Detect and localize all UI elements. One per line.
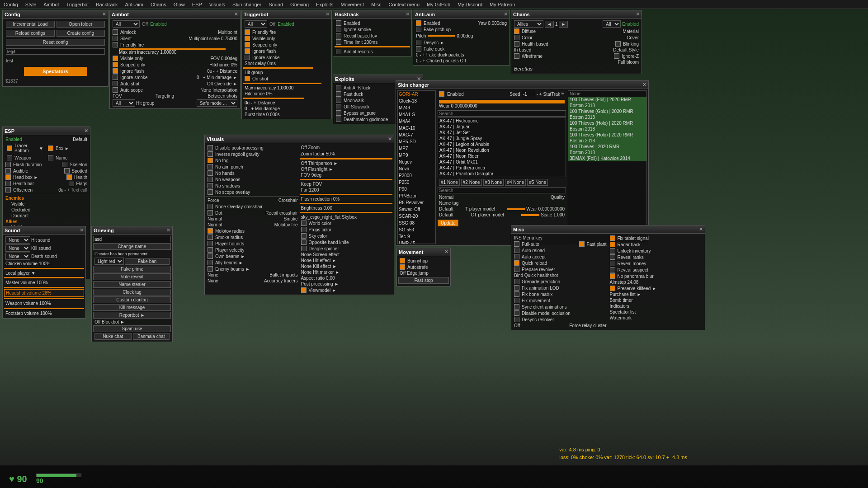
clock-tag-button[interactable]: Clock tag [93, 289, 171, 296]
custom-clantag-button[interactable]: Custom clantag [93, 296, 171, 303]
v-player-vel-cb[interactable] [208, 247, 213, 253]
patch-100t-gold[interactable]: 100 Thieves (Gold) | 2020 RMR [568, 108, 646, 114]
p90-item[interactable]: P90 [398, 186, 435, 192]
chams-blinking-cb[interactable] [615, 41, 621, 47]
hit-sound-dropdown[interactable]: None [5, 236, 30, 244]
tb-on-shot-cb[interactable] [245, 76, 250, 81]
bt-recoil-fov-cb[interactable] [336, 33, 341, 38]
sticker3[interactable]: #3 None [483, 179, 504, 186]
v-deagle-spinner-cb[interactable] [301, 246, 307, 251]
auto-reload-cb[interactable] [514, 248, 519, 253]
v-no-hands-cb[interactable] [208, 170, 213, 176]
chams-panel-header[interactable]: Chams ✕ [511, 10, 642, 19]
sticker-search-input[interactable] [438, 187, 566, 193]
scoped-only-checkbox[interactable] [113, 62, 118, 67]
seed-input[interactable] [522, 91, 535, 97]
config-close-icon[interactable]: ✕ [102, 11, 106, 17]
sticker2[interactable]: #2 None [461, 179, 482, 186]
tb-ignore-flash-cb[interactable] [245, 48, 250, 54]
v-props-color-cb[interactable] [301, 227, 307, 232]
v-enemy-beams-cb[interactable] [208, 266, 213, 272]
hitgroup-dropdown[interactable]: All [113, 99, 135, 107]
change-name-button[interactable]: Change name [93, 243, 171, 250]
sticker5[interactable]: #5 None [527, 179, 548, 186]
chams-close-icon[interactable]: ✕ [636, 11, 640, 17]
bt-ignore-smoke-cb[interactable] [336, 27, 341, 32]
grieving-panel-header[interactable]: Grieving ✕ [92, 226, 172, 235]
sync-client-anim-cb[interactable] [514, 304, 519, 310]
sticker1[interactable]: #1 None [439, 179, 460, 186]
v-world-color-cb[interactable] [301, 221, 307, 226]
sg553-item[interactable]: SG 553 [398, 226, 435, 233]
nuke-chat-button[interactable]: Nuke chat [94, 333, 132, 340]
skin-phantom[interactable]: AK-47 | Phantom Disruptor [438, 171, 566, 177]
grenade-pred-cb[interactable] [514, 279, 519, 284]
mac10-item[interactable]: MAC-10 [398, 125, 435, 131]
ssg08-item[interactable]: SSG 08 [398, 220, 435, 226]
silent-checkbox[interactable] [113, 36, 118, 41]
patch-boston-2018-5[interactable]: Boston 2018 [568, 150, 646, 155]
movement-panel-header[interactable]: Movement ✕ [397, 248, 450, 256]
menu-glow[interactable]: Glow [170, 1, 189, 8]
m4a4-item[interactable]: M4A4 [398, 118, 435, 125]
p2000-item[interactable]: P2000 [398, 172, 435, 179]
kill-sound-dropdown[interactable]: None [5, 244, 30, 252]
create-config-button[interactable]: Create config [57, 30, 105, 37]
skin-neon-rider[interactable]: AK-47 | Neon Rider [438, 153, 566, 159]
v-dot-cb[interactable] [208, 210, 213, 216]
patch-100t-holo2[interactable]: 100 Thieves (Holo) | 2020 RMR [568, 132, 646, 138]
menu-esp[interactable]: ESP [189, 1, 206, 8]
chams-health-based-cb[interactable] [514, 41, 519, 47]
config-panel-header[interactable]: Config ✕ [3, 10, 108, 19]
fake-duck-cb[interactable] [416, 46, 421, 52]
visible-only-checkbox[interactable] [113, 56, 118, 61]
triggerbot-close-icon[interactable]: ✕ [326, 11, 330, 17]
misc-panel-header[interactable]: Misc ✕ [511, 225, 705, 234]
triggerbot-panel-header[interactable]: Triggerbot ✕ [242, 10, 331, 19]
tb-ignore-smoke-cb[interactable] [245, 55, 250, 60]
desync-resolver-cb[interactable] [514, 317, 519, 322]
bunnyhop-cb[interactable] [400, 258, 405, 263]
v-smoke-radius-cb[interactable] [208, 235, 213, 240]
prepare-revolver-cb[interactable] [514, 267, 519, 272]
skin-enabled-cb[interactable] [439, 91, 444, 97]
radar-hack-cb[interactable] [610, 242, 615, 247]
menu-style[interactable]: Style [22, 1, 40, 8]
reveal-money-cb[interactable] [610, 261, 615, 266]
v-no-fog-cb[interactable] [208, 158, 213, 163]
esp-name-cb[interactable] [48, 155, 53, 160]
esp-offscreen-cb[interactable] [5, 187, 11, 192]
misc-close-icon[interactable]: ✕ [699, 226, 703, 232]
aimbot-panel-header[interactable]: Aimbot ✕ [110, 10, 240, 19]
chams-prev-button[interactable]: ◄ [545, 21, 554, 28]
r8-item[interactable]: R8 Revolver [398, 199, 435, 206]
death-sound-dropdown[interactable]: None [5, 253, 30, 260]
nova-item[interactable]: Nova [398, 165, 435, 172]
unlock-inventory-cb[interactable] [610, 248, 615, 253]
grieving-close-icon[interactable]: ✕ [166, 227, 170, 233]
chams-ignorez-cb[interactable] [614, 53, 619, 59]
no-panorama-blur-cb[interactable] [610, 273, 615, 279]
skin-changer-close-icon[interactable]: ✕ [642, 82, 646, 88]
v-viewmodel-cb[interactable] [301, 287, 307, 293]
backtrack-close-icon[interactable]: ✕ [406, 11, 410, 17]
grieving-name-input[interactable] [93, 236, 171, 242]
v-player-bounds-cb[interactable] [208, 241, 213, 246]
esp-spotted-cb[interactable] [64, 168, 70, 174]
none-selected[interactable]: None [568, 91, 646, 97]
esp-close-icon[interactable]: ✕ [84, 128, 88, 134]
name-stealer-button[interactable]: Name stealer [93, 281, 171, 288]
menu-triggerbot[interactable]: Triggerbot [63, 1, 93, 8]
menu-aimbot[interactable]: Aimbot [40, 1, 62, 8]
anti-afk-cb[interactable] [336, 85, 341, 90]
v-molotov-radius-cb[interactable] [208, 228, 213, 234]
scar20-item[interactable]: SCAR-20 [398, 213, 435, 220]
bt-aim-records-cb[interactable] [336, 49, 341, 54]
esp-flash-cb[interactable] [5, 162, 11, 167]
v-overlay-cross-cb[interactable] [208, 204, 213, 209]
bypass-pure-cb[interactable] [336, 110, 341, 116]
quick-reload-cb[interactable] [514, 260, 519, 266]
antiim-panel-header[interactable]: Anti-aim ✕ [413, 10, 509, 19]
mag7-item[interactable]: MAG-7 [398, 131, 435, 138]
backtrack-panel-header[interactable]: Backtrack ✕ [333, 10, 411, 19]
